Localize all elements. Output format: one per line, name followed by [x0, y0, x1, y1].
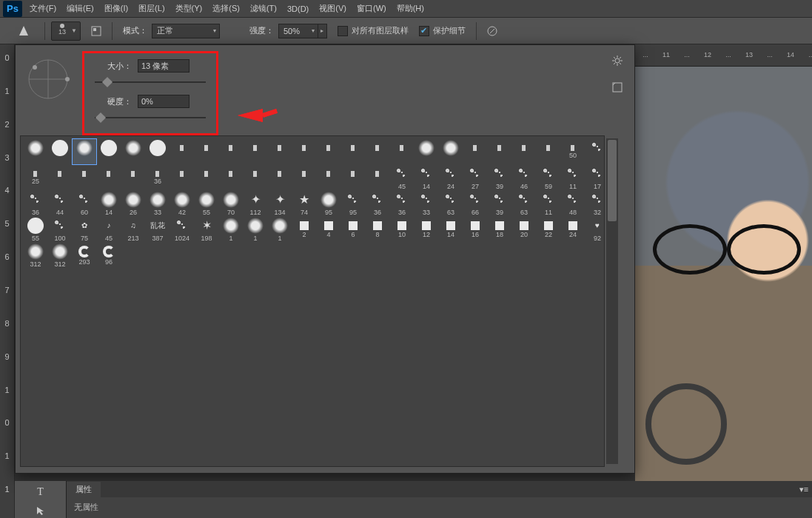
panel-menu-icon[interactable]: ▾≡: [796, 480, 812, 499]
brush-preset[interactable]: [195, 165, 218, 190]
brush-preset[interactable]: 11: [537, 191, 560, 216]
brush-preset[interactable]: 36: [24, 191, 47, 216]
brush-preset[interactable]: ✿75: [73, 217, 96, 242]
brush-preset[interactable]: 12: [415, 217, 438, 242]
brush-preset[interactable]: ★74: [292, 191, 316, 216]
brush-preset[interactable]: 18: [488, 217, 511, 242]
brush-preset[interactable]: 24: [439, 165, 463, 190]
current-tool-icon[interactable]: [13, 21, 34, 41]
brush-preset[interactable]: 8: [366, 217, 389, 242]
brush-preset[interactable]: 48: [561, 191, 585, 216]
brush-preset[interactable]: ♪45: [97, 217, 121, 242]
brush-preset[interactable]: [24, 139, 47, 164]
brush-preset[interactable]: [73, 139, 96, 164]
brush-preset[interactable]: 10: [390, 217, 414, 242]
menu-select[interactable]: 选择(S): [212, 3, 240, 14]
brush-preset[interactable]: [585, 139, 605, 164]
brush-preset[interactable]: 42: [170, 191, 194, 216]
brush-preset[interactable]: 17: [585, 165, 605, 190]
brush-preset[interactable]: [170, 139, 194, 164]
brush-preset[interactable]: 36: [366, 191, 389, 216]
brush-preset[interactable]: 14: [97, 191, 121, 216]
menu-help[interactable]: 帮助(H): [397, 3, 424, 14]
menu-file[interactable]: 文件(F): [30, 3, 56, 14]
brush-preset[interactable]: [317, 165, 340, 190]
brush-preset[interactable]: 293: [73, 243, 96, 268]
brush-preset[interactable]: 14: [415, 165, 438, 190]
brush-preset[interactable]: 11: [561, 165, 585, 190]
menu-image[interactable]: 图像(I): [104, 3, 128, 14]
brush-preset[interactable]: [268, 165, 292, 190]
brush-preset[interactable]: [97, 165, 121, 190]
brush-preset[interactable]: [537, 139, 560, 164]
brush-preset[interactable]: [292, 165, 316, 190]
type-tool-icon[interactable]: T: [31, 484, 50, 500]
brush-preset[interactable]: ♥92: [585, 217, 605, 242]
tab-properties[interactable]: 属性: [67, 482, 101, 497]
brush-preset[interactable]: 24: [561, 217, 585, 242]
brush-angle-widget[interactable]: [26, 57, 70, 101]
brush-preset[interactable]: 25: [24, 165, 47, 190]
brush-preset[interactable]: 66: [463, 191, 487, 216]
brush-preset[interactable]: [341, 165, 365, 190]
menu-edit[interactable]: 编辑(E): [67, 3, 94, 14]
brush-preset[interactable]: [97, 139, 121, 164]
strength-input[interactable]: 50%▾: [278, 24, 318, 38]
new-preset-icon[interactable]: [608, 78, 627, 97]
brush-preset[interactable]: 33: [146, 191, 170, 216]
brush-preset[interactable]: 100: [48, 217, 72, 242]
strength-stepper[interactable]: ▸: [318, 24, 327, 38]
brush-preset[interactable]: [48, 139, 72, 164]
gear-icon[interactable]: [608, 51, 627, 70]
menu-3d[interactable]: 3D(D): [287, 4, 309, 13]
menu-filter[interactable]: 滤镜(T): [250, 3, 277, 14]
brush-preset[interactable]: ✶198: [195, 217, 218, 242]
brush-preset[interactable]: 312: [48, 243, 72, 268]
brush-preset[interactable]: [488, 139, 511, 164]
brush-preset[interactable]: [146, 139, 170, 164]
brush-preset[interactable]: 乱花387: [146, 217, 170, 242]
brush-preset[interactable]: 70: [219, 191, 243, 216]
brush-preset[interactable]: 20: [512, 217, 536, 242]
brush-preset[interactable]: [341, 139, 365, 164]
sample-all-layers-checkbox[interactable]: [338, 26, 348, 36]
menu-layer[interactable]: 图层(L): [138, 3, 164, 14]
brush-preset[interactable]: 1: [268, 217, 292, 242]
brush-preset[interactable]: [219, 165, 243, 190]
brush-preset[interactable]: 55: [195, 191, 218, 216]
brush-preset[interactable]: ✦134: [268, 191, 292, 216]
menu-view[interactable]: 视图(V): [319, 3, 346, 14]
menu-type[interactable]: 类型(Y): [175, 3, 203, 14]
brush-preset[interactable]: [439, 139, 463, 164]
brush-preset[interactable]: 4: [317, 217, 340, 242]
brush-preset-grid[interactable]: 5025364514242739465911173644601426334255…: [20, 135, 605, 467]
brush-preset[interactable]: 2: [292, 217, 316, 242]
brush-preset[interactable]: 6: [341, 217, 365, 242]
brush-preset[interactable]: 16: [463, 217, 487, 242]
size-slider[interactable]: [95, 77, 206, 87]
brush-preset[interactable]: [121, 165, 145, 190]
brush-preset[interactable]: 27: [463, 165, 487, 190]
brush-preset[interactable]: [292, 139, 316, 164]
hardness-input[interactable]: 0%: [138, 95, 189, 108]
brush-preset[interactable]: [170, 165, 194, 190]
brush-preset-picker[interactable]: 13 ▼: [51, 21, 81, 41]
brush-preset[interactable]: [366, 165, 389, 190]
brush-panel-toggle-icon[interactable]: [87, 21, 106, 41]
brush-preset[interactable]: [121, 139, 145, 164]
hardness-slider[interactable]: [95, 112, 206, 123]
brush-preset[interactable]: [512, 139, 536, 164]
brush-preset[interactable]: 33: [415, 191, 438, 216]
brush-preset[interactable]: 32: [585, 191, 605, 216]
brush-preset[interactable]: 39: [488, 191, 511, 216]
protect-detail-checkbox[interactable]: ✔: [419, 26, 429, 36]
scrollbar-vertical[interactable]: [606, 138, 618, 464]
pressure-size-icon[interactable]: [483, 21, 502, 41]
brush-preset[interactable]: 46: [512, 165, 536, 190]
brush-preset[interactable]: [48, 165, 72, 190]
brush-preset[interactable]: 55: [24, 217, 47, 242]
brush-preset[interactable]: 312: [24, 243, 47, 268]
brush-preset[interactable]: 63: [439, 191, 463, 216]
brush-preset[interactable]: 50: [561, 139, 585, 164]
brush-preset[interactable]: 36: [146, 165, 170, 190]
